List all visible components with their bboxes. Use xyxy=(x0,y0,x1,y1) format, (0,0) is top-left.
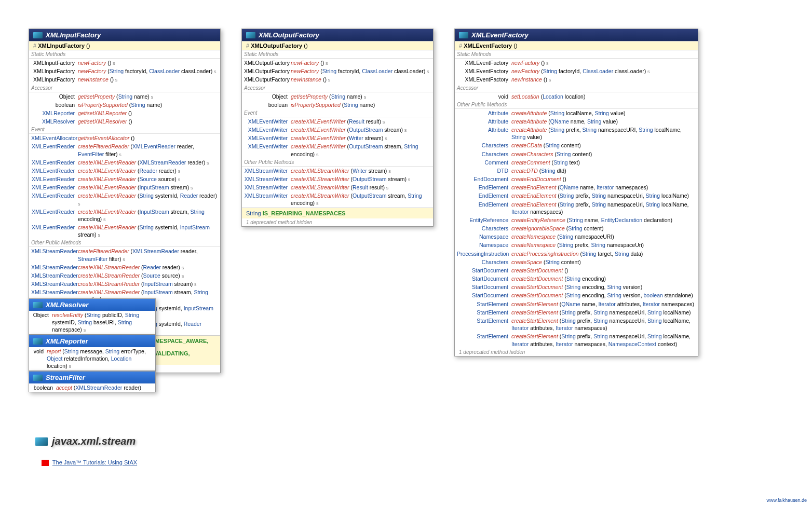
method-sig[interactable]: createAttribute (String localName, Strin… xyxy=(511,109,696,117)
method-sig[interactable]: createStartDocument () xyxy=(511,267,696,274)
method-sig[interactable]: newFactory () s xyxy=(291,59,431,66)
method-sig[interactable]: createStartDocument (String encoding, St… xyxy=(511,283,696,291)
return-type[interactable]: Object xyxy=(31,93,78,100)
return-type[interactable]: XMLReporter xyxy=(31,109,78,117)
method-sig[interactable]: createXMLEventReader (String systemId, R… xyxy=(78,192,218,207)
method-sig[interactable]: createXMLEventReader (Source source) s xyxy=(78,175,218,183)
method-sig[interactable]: createXMLStreamReader (Source source) s xyxy=(78,272,218,279)
class-title[interactable]: StreamFilter xyxy=(46,374,85,381)
return-type[interactable]: XMLInputFactory xyxy=(31,59,78,66)
method-sig[interactable]: createCData (String content) xyxy=(511,142,696,149)
method-sig[interactable]: createEndElement (QName name, Iterator n… xyxy=(511,184,696,191)
method-sig[interactable]: newFactory (String factoryId, ClassLoade… xyxy=(511,67,696,75)
class-title[interactable]: XMLReporter xyxy=(46,337,88,345)
return-type[interactable]: XMLStreamWriter xyxy=(244,167,291,174)
return-type[interactable]: XMLStreamReader xyxy=(31,289,78,296)
return-type[interactable]: Comment xyxy=(457,159,511,166)
return-type[interactable]: XMLStreamReader xyxy=(31,280,78,287)
return-type[interactable]: XMLStreamReader xyxy=(31,248,78,255)
method-sig[interactable]: get/setXMLReporter () xyxy=(78,109,218,117)
method-sig[interactable]: createEndElement (String prefix, String … xyxy=(511,192,696,199)
method-sig[interactable]: createEndDocument () xyxy=(511,175,696,183)
method-sig[interactable]: createStartDocument (String encoding, St… xyxy=(511,292,696,299)
method-sig[interactable]: createXMLEventWriter (Result result) s xyxy=(291,118,431,125)
method-sig[interactable]: newFactory () s xyxy=(78,59,218,66)
return-type[interactable]: XMLEventFactory xyxy=(457,76,511,83)
return-type[interactable]: EndElement xyxy=(457,192,511,199)
method-sig[interactable]: report (String message, String errorType… xyxy=(47,348,153,370)
return-type[interactable]: XMLEventReader xyxy=(31,184,78,191)
method-sig[interactable]: createXMLStreamWriter (OutputStream stre… xyxy=(291,175,431,183)
return-type[interactable]: Namespace xyxy=(457,233,511,240)
return-type[interactable]: XMLStreamWriter xyxy=(244,175,291,183)
method-sig[interactable]: isPropertySupported (String name) xyxy=(78,101,218,108)
return-type[interactable]: XMLInputFactory xyxy=(31,67,78,75)
return-type[interactable]: boolean xyxy=(244,101,291,108)
return-type[interactable]: XMLEventWriter xyxy=(244,118,291,125)
return-type[interactable]: StartElement xyxy=(457,309,511,316)
return-type[interactable]: StartElement xyxy=(457,333,511,340)
method-sig[interactable]: createNamespace (String prefix, String n… xyxy=(511,241,696,249)
method-sig[interactable]: setLocation (Location location) xyxy=(511,93,696,100)
return-type[interactable]: XMLEventWriter xyxy=(244,134,291,142)
return-type[interactable]: StartElement xyxy=(457,300,511,308)
return-type[interactable]: EndElement xyxy=(457,184,511,191)
return-type[interactable]: XMLEventFactory xyxy=(457,59,511,66)
method-sig[interactable]: createXMLEventWriter (OutputStream strea… xyxy=(291,126,431,133)
return-type[interactable]: boolean xyxy=(31,101,78,108)
method-sig[interactable]: createEntityReference (String name, Enti… xyxy=(511,216,696,224)
return-type[interactable]: XMLEventReader xyxy=(31,224,78,231)
return-type[interactable]: XMLOutputFactory xyxy=(244,59,291,66)
method-sig[interactable]: createCharacters (String content) xyxy=(511,150,696,158)
return-type[interactable]: Characters xyxy=(457,150,511,158)
return-type[interactable]: XMLStreamReader xyxy=(31,272,78,279)
class-title[interactable]: XMLOutputFactory xyxy=(259,31,319,39)
method-sig[interactable]: createFilteredReader (XMLEventReader rea… xyxy=(78,143,218,157)
method-sig[interactable]: createAttribute (String prefix, String n… xyxy=(511,126,696,141)
return-type[interactable]: XMLEventReader xyxy=(31,208,78,215)
return-type[interactable]: XMLEventWriter xyxy=(244,143,291,150)
return-type[interactable]: Object xyxy=(31,311,52,319)
tutorial-link[interactable]: The Java™ Tutorials: Using StAX xyxy=(52,459,137,465)
method-sig[interactable]: newFactory () s xyxy=(511,59,696,66)
return-type[interactable]: XMLOutputFactory xyxy=(244,76,291,83)
return-type[interactable]: DTD xyxy=(457,167,511,174)
method-sig[interactable]: createSpace (String content) xyxy=(511,258,696,266)
method-sig[interactable]: createXMLEventReader (XMLStreamReader re… xyxy=(78,159,218,166)
return-type[interactable]: Object xyxy=(244,93,291,100)
method-sig[interactable]: createXMLStreamReader (Reader reader) s xyxy=(78,264,218,271)
method-sig[interactable]: createXMLEventWriter (OutputStream strea… xyxy=(291,143,431,157)
return-type[interactable]: ProcessingInstruction xyxy=(457,250,511,257)
method-sig[interactable]: get/setEventAllocator () xyxy=(78,134,218,142)
method-sig[interactable]: createStartElement (String prefix, Strin… xyxy=(511,333,696,347)
method-sig[interactable]: isPropertySupported (String name) xyxy=(291,101,431,108)
method-sig[interactable]: createXMLEventReader (Reader reader) s xyxy=(78,167,218,174)
method-sig[interactable]: createFilteredReader (XMLStreamReader re… xyxy=(78,248,218,262)
method-sig[interactable]: createXMLEventReader (InputStream stream… xyxy=(78,208,218,223)
method-sig[interactable]: createXMLStreamReader (InputStream strea… xyxy=(78,280,218,287)
method-sig[interactable]: createXMLEventWriter (Writer stream) s xyxy=(291,134,431,142)
method-sig[interactable]: createXMLStreamWriter (Writer stream) s xyxy=(291,167,431,174)
method-sig[interactable]: get/setXMLResolver () xyxy=(78,118,218,125)
method-sig[interactable]: createXMLStreamWriter (OutputStream stre… xyxy=(291,192,431,207)
return-type[interactable]: XMLOutputFactory xyxy=(244,67,291,75)
method-sig[interactable]: createProcessingInstruction (String targ… xyxy=(511,250,696,257)
return-type[interactable]: EntityReference xyxy=(457,216,511,224)
return-type[interactable]: XMLStreamReader xyxy=(31,264,78,271)
method-sig[interactable]: createComment (String text) xyxy=(511,159,696,166)
method-sig[interactable]: createStartElement (String prefix, Strin… xyxy=(511,317,696,332)
method-sig[interactable]: get/setProperty (String name) s xyxy=(291,93,431,100)
return-type[interactable]: XMLStreamWriter xyxy=(244,192,291,199)
class-title[interactable]: XMLEventFactory xyxy=(471,31,529,39)
method-sig[interactable]: createStartElement (String prefix, Strin… xyxy=(511,309,696,316)
return-type[interactable]: boolean xyxy=(31,384,56,391)
return-type[interactable]: XMLEventReader xyxy=(31,175,78,183)
method-sig[interactable]: accept (XMLStreamReader reader) xyxy=(56,384,153,391)
return-type[interactable]: StartDocument xyxy=(457,275,511,282)
method-sig[interactable]: createDTD (String dtd) xyxy=(511,167,696,174)
return-type[interactable]: void xyxy=(31,348,47,355)
method-sig[interactable]: newFactory (String factoryId, ClassLoade… xyxy=(78,67,218,75)
return-type[interactable]: Attribute xyxy=(457,126,511,133)
method-sig[interactable]: newInstance () s xyxy=(291,76,431,83)
return-type[interactable]: XMLInputFactory xyxy=(31,76,78,83)
